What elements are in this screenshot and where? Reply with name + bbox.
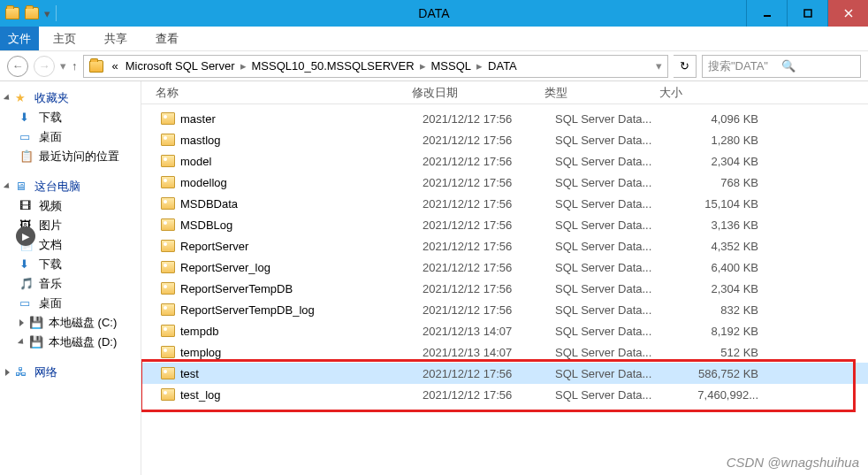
close-button[interactable] — [827, 0, 868, 27]
col-date[interactable]: 修改日期 — [412, 85, 544, 101]
col-name[interactable]: 名称 — [156, 85, 412, 101]
network-icon: 🖧 — [15, 365, 29, 379]
sidebar-item[interactable]: 📋最近访问的位置 — [0, 147, 141, 166]
file-name: test_log — [180, 388, 423, 402]
dropdown-icon[interactable]: ▾ — [656, 59, 662, 73]
file-list[interactable]: master2021/12/12 17:56SQL Server Data...… — [141, 104, 868, 475]
file-name: MSDBLog — [180, 218, 423, 232]
db-file-icon — [161, 155, 175, 167]
music-icon: 🎵 — [19, 277, 34, 291]
file-row[interactable]: model2021/12/12 17:56SQL Server Data...2… — [141, 150, 868, 172]
file-date: 2021/12/13 14:07 — [423, 325, 555, 338]
sidebar-item[interactable]: 🎞视频 — [0, 196, 141, 216]
sidebar-item[interactable]: 💾本地磁盘 (C:) — [0, 313, 141, 333]
crumb-3[interactable]: DATA — [484, 59, 521, 73]
back-button[interactable]: ← — [7, 56, 28, 77]
search-icon: 🔍 — [781, 59, 855, 73]
file-date: 2021/12/12 17:56 — [423, 303, 555, 317]
file-row[interactable]: ReportServerTempDB_log2021/12/12 17:56SQ… — [141, 299, 868, 320]
sidebar-thispc[interactable]: 🖥这台电脑 — [0, 177, 141, 196]
folder-icon — [89, 60, 103, 73]
file-row[interactable]: ReportServer2021/12/12 17:56SQL Server D… — [141, 235, 868, 257]
file-date: 2021/12/12 17:56 — [423, 261, 555, 274]
download-icon: ⬇ — [19, 111, 34, 125]
sidebar-network[interactable]: 🖧网络 — [0, 363, 141, 382]
breadcrumb[interactable]: « Microsoft SQL Server ▸ MSSQL10_50.MSSQ… — [83, 55, 669, 78]
dropdown-icon[interactable]: ▾ — [44, 7, 50, 20]
folder-icon — [5, 7, 19, 19]
sidebar-item[interactable]: ▭桌面 — [0, 294, 141, 313]
file-date: 2021/12/12 17:56 — [423, 134, 555, 147]
file-type: SQL Server Data... — [555, 112, 670, 126]
file-type: SQL Server Data... — [555, 134, 670, 147]
file-name: ReportServer — [180, 240, 423, 253]
ribbon-tabs: 文件 主页 共享 查看 — [0, 27, 868, 51]
file-date: 2021/12/12 17:56 — [423, 388, 555, 402]
file-row[interactable]: master2021/12/12 17:56SQL Server Data...… — [141, 108, 868, 129]
crumb-0[interactable]: Microsoft SQL Server — [122, 59, 239, 73]
file-size: 4,352 KB — [670, 240, 758, 253]
watermark: CSDN @wnagshuihua — [727, 455, 859, 470]
file-row[interactable]: modellog2021/12/12 17:56SQL Server Data.… — [141, 172, 868, 193]
file-type: SQL Server Data... — [555, 325, 670, 338]
tab-home[interactable]: 主页 — [39, 27, 90, 50]
recent-icon: 📋 — [19, 149, 34, 164]
file-row[interactable]: templog2021/12/13 14:07SQL Server Data..… — [141, 341, 868, 363]
disk-icon: 💾 — [29, 335, 43, 349]
file-size: 7,460,992... — [670, 388, 758, 402]
sidebar-item[interactable]: 💾本地磁盘 (D:) — [0, 333, 141, 352]
db-file-icon — [161, 240, 175, 252]
file-type: SQL Server Data... — [555, 346, 670, 359]
svg-rect-1 — [804, 10, 811, 17]
refresh-button[interactable]: ↻ — [674, 55, 697, 78]
forward-button[interactable]: → — [34, 56, 55, 77]
sidebar-item[interactable]: ⬇下载 — [0, 108, 141, 127]
minimize-button[interactable] — [746, 0, 787, 27]
file-row[interactable]: test2021/12/12 17:56SQL Server Data...58… — [141, 363, 868, 384]
file-type: SQL Server Data... — [555, 176, 670, 189]
disk-icon: 💾 — [29, 316, 43, 330]
titlebar: ▾ DATA — [0, 0, 868, 27]
db-file-icon — [161, 112, 175, 125]
file-size: 8,192 KB — [670, 325, 758, 338]
file-date: 2021/12/13 14:07 — [423, 346, 555, 359]
file-size: 15,104 KB — [670, 197, 758, 211]
file-row[interactable]: ReportServerTempDB2021/12/12 17:56SQL Se… — [141, 278, 868, 299]
overlay-badge: ▶ — [16, 226, 35, 246]
nav-sidebar: ★收藏夹 ⬇下载 ▭桌面 📋最近访问的位置 🖥这台电脑 🎞视频 🖼图片 📄文档 … — [0, 81, 141, 475]
window-controls — [746, 0, 868, 27]
window-title: DATA — [418, 6, 449, 20]
db-file-icon — [161, 261, 175, 273]
crumb-2[interactable]: MSSQL — [428, 59, 476, 73]
file-size: 3,136 KB — [670, 218, 758, 232]
tab-file[interactable]: 文件 — [0, 27, 39, 50]
file-date: 2021/12/12 17:56 — [423, 282, 555, 295]
file-row[interactable]: tempdb2021/12/13 14:07SQL Server Data...… — [141, 320, 868, 341]
recent-dropdown-icon[interactable]: ▾ — [60, 59, 66, 73]
file-name: model — [180, 155, 423, 168]
db-file-icon — [161, 303, 175, 316]
sidebar-item[interactable]: ⬇下载 — [0, 255, 141, 274]
file-row[interactable]: MSDBLog2021/12/12 17:56SQL Server Data..… — [141, 214, 868, 235]
sidebar-favorites[interactable]: ★收藏夹 — [0, 88, 141, 108]
col-size[interactable]: 大小 — [659, 85, 757, 101]
search-input[interactable]: 搜索"DATA" 🔍 — [702, 55, 861, 78]
file-row[interactable]: ReportServer_log2021/12/12 17:56SQL Serv… — [141, 257, 868, 278]
file-row[interactable]: mastlog2021/12/12 17:56SQL Server Data..… — [141, 129, 868, 150]
db-file-icon — [161, 282, 175, 295]
tab-share[interactable]: 共享 — [90, 27, 141, 50]
file-type: SQL Server Data... — [555, 261, 670, 274]
col-type[interactable]: 类型 — [544, 85, 659, 101]
search-placeholder: 搜索"DATA" — [708, 58, 781, 74]
file-name: ReportServerTempDB — [180, 282, 423, 295]
maximize-button[interactable] — [787, 0, 827, 27]
sidebar-item[interactable]: 🎵音乐 — [0, 274, 141, 294]
sidebar-item[interactable]: ▭桌面 — [0, 127, 141, 147]
file-date: 2021/12/12 17:56 — [423, 197, 555, 211]
file-row[interactable]: test_log2021/12/12 17:56SQL Server Data.… — [141, 384, 868, 405]
file-row[interactable]: MSDBData2021/12/12 17:56SQL Server Data.… — [141, 193, 868, 214]
up-button[interactable]: ↑ — [72, 59, 78, 73]
tab-view[interactable]: 查看 — [141, 27, 193, 50]
file-date: 2021/12/12 17:56 — [423, 240, 555, 253]
crumb-1[interactable]: MSSQL10_50.MSSQLSERVER — [248, 59, 418, 73]
